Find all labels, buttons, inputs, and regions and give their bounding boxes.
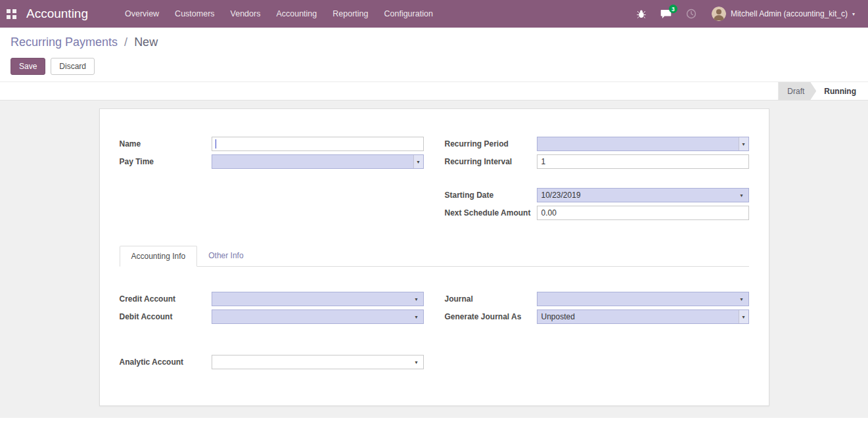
menu-configuration[interactable]: Configuration [376,0,440,28]
status-step-draft[interactable]: Draft [778,82,816,100]
menu-overview[interactable]: Overview [117,0,167,28]
accounting-info-pane: Credit Account ▾ Debit Account [120,267,749,373]
pane-left-column: Credit Account ▾ Debit Account [120,292,424,373]
starting-date-value: 10/23/2019 [541,191,581,200]
debit-account-select[interactable]: ▾ [212,309,424,324]
name-label: Name [120,137,212,149]
notebook-tabs: Accounting Info Other Info [120,246,749,267]
pay-time-select[interactable]: ▾ [212,154,424,169]
journal-label: Journal [445,292,537,304]
action-buttons: Save Discard [11,58,857,75]
grid-icon [7,9,16,19]
next-schedule-amount-label: Next Schedule Amount [445,206,537,218]
top-navbar: Accounting Overview Customers Vendors Ac… [0,0,868,28]
navbar-left: Accounting Overview Customers Vendors Ac… [0,0,441,28]
field-row-starting-date: Starting Date 10/23/2019 ▾ [445,188,749,202]
breadcrumb-separator: / [124,35,127,49]
form-left-column: Name Pay Time ▾ [120,137,424,223]
field-row-recurring-period: Recurring Period ▾ [445,137,749,151]
spacer [120,327,424,355]
field-row-analytic-account: Analytic Account ▾ [120,355,424,369]
menu-reporting[interactable]: Reporting [325,0,376,28]
form-view-background: Name Pay Time ▾ [0,101,868,418]
starting-date-picker[interactable]: 10/23/2019 ▾ [537,188,749,202]
text-cursor [216,139,216,149]
credit-account-label: Credit Account [120,292,212,304]
journal-select[interactable]: ▾ [537,292,749,306]
chevron-down-icon: ▾ [739,310,748,323]
debug-bug-icon[interactable] [629,0,653,28]
chevron-down-icon: ▾ [852,11,855,17]
form-sheet: Name Pay Time ▾ [99,108,769,406]
tab-accounting-info[interactable]: Accounting Info [120,246,198,267]
main-menu: Overview Customers Vendors Accounting Re… [117,0,441,28]
next-schedule-amount-input[interactable] [537,206,749,220]
field-row-debit-account: Debit Account ▾ [120,309,424,324]
field-row-next-schedule-amount: Next Schedule Amount [445,206,749,220]
field-row-pay-time: Pay Time ▾ [120,154,424,169]
form-right-column: Recurring Period ▾ Recurring Interval [445,137,749,223]
breadcrumb: Recurring Payments / New [11,35,857,49]
recurring-interval-input[interactable] [537,154,749,169]
generate-journal-as-label: Generate Journal As [445,309,537,322]
pane-right-column: Journal ▾ Generate Journal As Unp [445,292,749,373]
recurring-period-label: Recurring Period [445,137,537,149]
pane-grid: Credit Account ▾ Debit Account [120,292,749,373]
analytic-account-select[interactable]: ▾ [212,355,424,369]
recurring-period-select[interactable]: ▾ [537,137,749,151]
analytic-account-label: Analytic Account [120,355,212,367]
navbar-right: 3 Mitchell Admin (accounting_kit_c) ▾ [629,0,859,28]
chevron-down-icon: ▾ [413,292,421,306]
menu-accounting[interactable]: Accounting [268,0,325,28]
activities-clock-icon[interactable] [679,0,704,28]
message-count-badge: 3 [669,5,677,13]
app-title[interactable]: Accounting [26,7,88,21]
user-menu[interactable]: Mitchell Admin (accounting_kit_c) ▾ [704,0,859,28]
spacer [445,172,749,188]
generate-journal-as-value: Unposted [541,312,575,321]
discard-button[interactable]: Discard [51,58,95,75]
field-row-credit-account: Credit Account ▾ [120,292,424,306]
chevron-down-icon: ▾ [413,155,423,168]
chevron-down-icon: ▾ [413,310,421,323]
chevron-down-icon: ▾ [739,137,748,150]
field-row-journal: Journal ▾ [445,292,749,306]
debit-account-label: Debit Account [120,309,212,322]
apps-menu-icon[interactable] [0,0,22,28]
recurring-interval-label: Recurring Interval [445,154,537,167]
field-row-recurring-interval: Recurring Interval [445,154,749,169]
statusbar: Draft Running [0,81,868,101]
starting-date-label: Starting Date [445,188,537,200]
messages-icon[interactable]: 3 [653,0,679,28]
save-button[interactable]: Save [11,58,45,75]
chevron-down-icon: ▾ [738,292,746,306]
chevron-down-icon: ▾ [413,355,421,369]
pay-time-label: Pay Time [120,154,212,167]
tab-other-info[interactable]: Other Info [197,246,254,266]
status-step-running[interactable]: Running [816,82,864,100]
chevron-down-icon: ▾ [738,189,746,202]
avatar [712,7,726,21]
form-top-grid: Name Pay Time ▾ [120,137,749,223]
menu-customers[interactable]: Customers [167,0,222,28]
generate-journal-as-select[interactable]: Unposted ▾ [537,309,749,324]
user-name: Mitchell Admin (accounting_kit_c) [731,9,848,18]
name-input[interactable] [212,137,424,151]
status-steps: Draft Running [778,82,864,100]
credit-account-select[interactable]: ▾ [212,292,424,306]
field-row-generate-journal-as: Generate Journal As Unposted ▾ [445,309,749,324]
field-row-name: Name [120,137,424,151]
control-panel: Recurring Payments / New Save Discard [0,28,868,81]
menu-vendors[interactable]: Vendors [223,0,269,28]
breadcrumb-parent[interactable]: Recurring Payments [11,35,118,49]
breadcrumb-current: New [134,35,158,49]
